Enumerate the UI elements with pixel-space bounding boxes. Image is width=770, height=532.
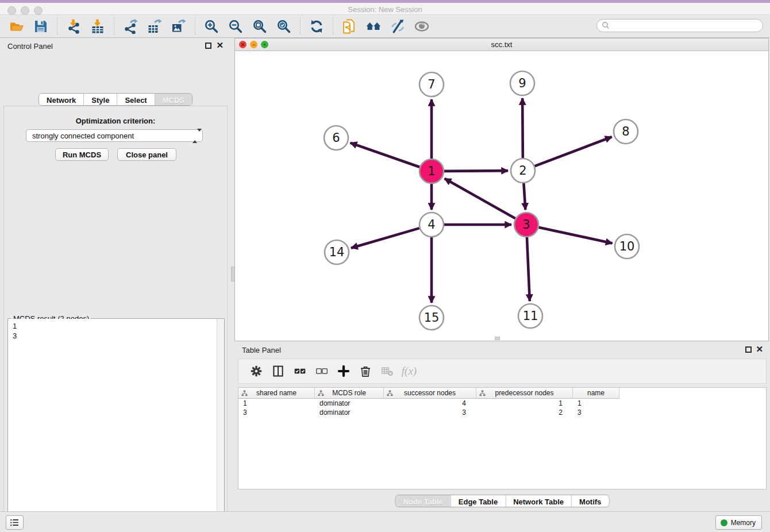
- cell[interactable]: 4: [384, 399, 476, 408]
- cell[interactable]: 3: [384, 408, 476, 417]
- zoom-selected-icon: [276, 19, 291, 34]
- document-network-icon: [342, 19, 357, 34]
- graph-edge-2-9[interactable]: [522, 98, 523, 158]
- graph-node-11[interactable]: 11: [518, 304, 542, 328]
- zoom-in-button[interactable]: [199, 17, 224, 36]
- column-header-name[interactable]: name: [573, 388, 619, 399]
- clone-network-button[interactable]: [337, 17, 361, 36]
- graph-node-15[interactable]: 15: [419, 306, 444, 330]
- mcds-result-scrollbar[interactable]: [217, 319, 224, 532]
- save-session-button[interactable]: [29, 17, 53, 36]
- control-panel-close-button[interactable]: ✕: [216, 40, 224, 51]
- cell[interactable]: dominator: [315, 408, 384, 417]
- column-label: shared name: [256, 389, 297, 397]
- zoom-fit-button[interactable]: [248, 17, 272, 36]
- graph-node-3[interactable]: 3: [514, 213, 538, 237]
- cell[interactable]: 3: [238, 408, 315, 417]
- zoom-out-button[interactable]: [224, 17, 248, 36]
- table-settings-button[interactable]: [245, 361, 267, 381]
- graph-edge-2-8[interactable]: [535, 137, 612, 166]
- save-icon: [33, 19, 48, 34]
- cell[interactable]: 1: [476, 399, 573, 408]
- graph-edge-3-1[interactable]: [445, 179, 515, 218]
- run-mcds-button[interactable]: Run MCDS: [55, 148, 109, 161]
- task-history-button[interactable]: [6, 515, 24, 530]
- column-header-shared-name[interactable]: shared name: [238, 388, 315, 399]
- open-session-button[interactable]: [5, 17, 29, 36]
- import-table-button[interactable]: [86, 17, 110, 36]
- table-row[interactable]: 3dominator323: [238, 408, 766, 417]
- add-row-button[interactable]: [333, 361, 355, 381]
- table-panel-close-button[interactable]: ✕: [756, 344, 763, 354]
- zoom-selected-button[interactable]: [272, 17, 296, 36]
- graph-edge-2-3[interactable]: [523, 183, 525, 210]
- delete-button[interactable]: [355, 361, 376, 381]
- show-columns-button[interactable]: [267, 361, 289, 381]
- node-table-body: 1dominator4113dominator323: [238, 399, 766, 417]
- graph-node-label: 2: [519, 164, 526, 178]
- graphics-details-button[interactable]: [386, 17, 410, 36]
- refresh-button[interactable]: [305, 17, 329, 36]
- tab-network[interactable]: Network: [39, 94, 83, 106]
- mcds-result-list[interactable]: 13: [8, 319, 217, 532]
- table-panel-float-button[interactable]: [745, 346, 752, 353]
- trash-icon: [359, 365, 372, 377]
- tab-style[interactable]: Style: [83, 94, 117, 106]
- export-image-button[interactable]: [167, 17, 191, 36]
- network-resize-handle[interactable]: [495, 337, 500, 340]
- cell[interactable]: 2: [476, 408, 573, 417]
- export-table-button[interactable]: [143, 17, 167, 36]
- graph-edge-1-2[interactable]: [444, 171, 508, 171]
- tab-mcds[interactable]: MCDS: [155, 94, 192, 106]
- cell[interactable]: dominator: [315, 399, 384, 408]
- app-title: Session: New Session: [0, 5, 770, 14]
- optimization-criterion-select[interactable]: strongly connected component: [26, 129, 203, 142]
- import-network-button[interactable]: [61, 17, 86, 36]
- graph-node-9[interactable]: 9: [510, 71, 534, 95]
- export-table-icon: [147, 19, 162, 34]
- close-panel-button[interactable]: Close panel: [117, 148, 176, 161]
- hierarchy-icon: [387, 390, 393, 396]
- unselect-all-button[interactable]: [311, 361, 333, 381]
- graph-node-7[interactable]: 7: [419, 72, 444, 97]
- home-button[interactable]: [361, 17, 386, 36]
- tab-edge-table[interactable]: Edge Table: [451, 495, 505, 507]
- show-hide-button[interactable]: [410, 17, 434, 36]
- control-panel-float-button[interactable]: [205, 43, 211, 49]
- mcds-result-group: MCDS result (2 nodes) 13: [7, 318, 225, 532]
- cell[interactable]: 1: [573, 399, 619, 408]
- cell[interactable]: 1: [238, 399, 315, 408]
- table-row[interactable]: 1dominator411: [238, 399, 766, 408]
- graph-node-14[interactable]: 14: [325, 240, 349, 264]
- search-box[interactable]: [596, 19, 763, 32]
- tab-motifs[interactable]: Motifs: [571, 495, 609, 507]
- graph-edge-3-10[interactable]: [538, 228, 612, 244]
- tab-node-table[interactable]: Node Table: [396, 495, 451, 507]
- select-all-button[interactable]: [289, 361, 311, 381]
- column-header-MCDS-role[interactable]: MCDS role: [315, 388, 384, 399]
- graph-node-10[interactable]: 10: [615, 234, 639, 259]
- control-panel: Control Panel ✕ NetworkStyleSelectMCDS O…: [0, 38, 231, 511]
- graph-node-1[interactable]: 1: [419, 159, 444, 183]
- graph-node-4[interactable]: 4: [419, 213, 444, 237]
- graph-node-2[interactable]: 2: [511, 159, 535, 183]
- tab-network-table[interactable]: Network Table: [505, 495, 571, 507]
- graph-node-8[interactable]: 8: [614, 119, 638, 144]
- memory-button[interactable]: Memory: [715, 515, 762, 530]
- graph-node-label: 14: [329, 245, 345, 259]
- mcds-result-item[interactable]: 1: [13, 321, 212, 331]
- graph-edge-1-6[interactable]: [351, 143, 420, 167]
- graph-edge-4-14[interactable]: [351, 228, 419, 248]
- cell[interactable]: 3: [573, 408, 619, 417]
- list-icon: [10, 518, 20, 527]
- export-network-button[interactable]: [118, 17, 143, 36]
- column-header-predecessor-nodes[interactable]: predecessor nodes: [476, 388, 573, 399]
- tab-select[interactable]: Select: [117, 94, 154, 106]
- search-input[interactable]: [613, 22, 758, 30]
- hierarchy-icon: [241, 390, 248, 396]
- graph-edge-3-11[interactable]: [527, 237, 530, 301]
- mcds-result-item[interactable]: 3: [13, 331, 212, 341]
- network-canvas[interactable]: 7968124314101511: [235, 51, 768, 341]
- column-header-successor-nodes[interactable]: successor nodes: [384, 388, 476, 399]
- graph-node-6[interactable]: 6: [324, 126, 348, 150]
